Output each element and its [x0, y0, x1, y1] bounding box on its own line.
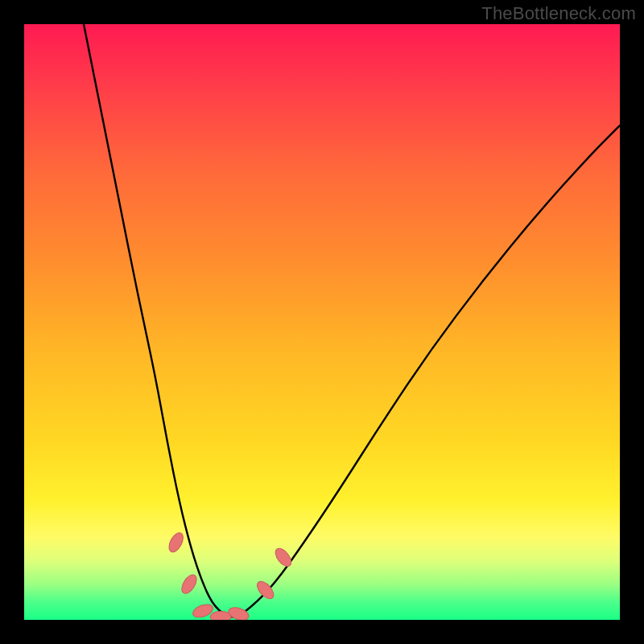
chart-svg [24, 24, 620, 620]
plot-area [24, 24, 620, 620]
bottleneck-curve [84, 24, 620, 617]
curve-marker [166, 530, 186, 555]
watermark-text: TheBottleneck.com [481, 3, 636, 24]
curve-marker [272, 546, 294, 569]
curve-marker [179, 572, 200, 596]
curve-marker [254, 579, 277, 602]
curve-marker [210, 611, 231, 620]
